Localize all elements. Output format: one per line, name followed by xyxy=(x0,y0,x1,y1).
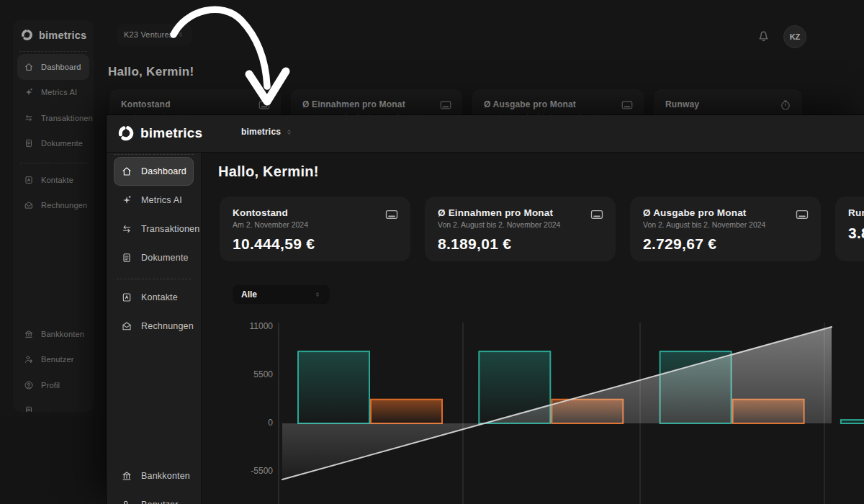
card-title: Ø Einnahmen pro Monat xyxy=(438,207,603,218)
card-value: 2.729,67 € xyxy=(643,235,808,253)
sidebar-item-benutzer[interactable]: Benutzer xyxy=(17,347,89,373)
greeting-heading: Hallo, Kermin! xyxy=(108,65,194,79)
bank-icon xyxy=(24,329,34,339)
workspace-selector[interactable]: bimetrics xyxy=(241,127,293,137)
sidebar-item-transaktionen[interactable]: Transaktionen xyxy=(114,215,194,243)
sidebar-nav-main: DashboardMetrics AITransaktionenDokument… xyxy=(17,54,89,218)
sidebar-item-dashboard[interactable]: Dashboard xyxy=(114,157,194,186)
sidebar-item-label: Profil xyxy=(41,381,60,390)
sidebar-item-benutzer[interactable]: Benutzer xyxy=(114,490,194,504)
sidebar-item-label: Bankkonten xyxy=(141,471,190,481)
sidebar-item-label: Metrics AI xyxy=(141,195,182,205)
sidebar-item-label: Kontakte xyxy=(41,176,73,184)
logo-text: bimetrics xyxy=(140,125,202,141)
sidebar-item-label: Metrics AI xyxy=(41,88,77,96)
sidebar-item-label: Bankkonten xyxy=(41,330,84,338)
sidebar-item-label: Kontakte xyxy=(141,292,178,302)
nav-divider xyxy=(117,279,191,279)
bank-icon xyxy=(121,470,132,482)
sparkle-icon xyxy=(24,87,34,97)
envelope-icon xyxy=(121,320,132,332)
stat-card-runway: Runway3.8 xyxy=(835,197,864,261)
sidebar-item-metrics-ai[interactable]: Metrics AI xyxy=(17,80,89,106)
sidebar-item-bankkonten[interactable]: Bankkonten xyxy=(114,462,194,490)
card-title: Kontostand xyxy=(233,207,397,218)
sidebar-item-dashboard[interactable]: Dashboard xyxy=(17,54,89,80)
chevron-updown-icon xyxy=(177,31,184,38)
document-icon xyxy=(121,252,132,264)
sidebar-item-label: Dokumente xyxy=(141,253,189,263)
card-icon xyxy=(621,99,634,112)
app-logo: bimetrics xyxy=(117,124,202,143)
sidebar-item-kontakte[interactable]: Kontakte xyxy=(114,283,194,312)
user-circle-icon xyxy=(24,380,34,390)
sidebar-item-item[interactable] xyxy=(17,398,89,413)
sidebar-nav-main: DashboardMetrics AITransaktionenDokument… xyxy=(114,157,194,341)
filter-select[interactable]: Alle xyxy=(233,285,330,304)
sidebar-nav-bottom: BankkontenBenutzerProfil xyxy=(17,321,89,412)
stopwatch-icon xyxy=(779,99,792,112)
filter-select-value: Alle xyxy=(241,289,257,300)
svg-text:11000: 11000 xyxy=(250,321,274,331)
card-title: Ø Ausgabe pro Monat xyxy=(643,207,808,218)
sidebar-item-dokumente[interactable]: Dokumente xyxy=(17,131,89,157)
card-subtitle: Von 2. August bis 2. November 2024 xyxy=(643,220,808,229)
sidebar-item-label: Dashboard xyxy=(41,63,81,71)
app-header: bimetrics bimetrics xyxy=(107,115,864,153)
workspace-selector[interactable]: K23 Ventures xyxy=(117,24,192,45)
contact-card-icon xyxy=(121,292,132,303)
stat-card-kontostand: KontostandAm 2. November 202410.444,59 € xyxy=(220,197,410,261)
sidebar-item-transaktionen[interactable]: Transaktionen xyxy=(17,105,89,131)
card-value: 8.189,01 € xyxy=(438,235,603,253)
divider xyxy=(114,154,194,155)
foreground-app-window: bimetrics bimetrics DashboardMetrics AIT… xyxy=(107,115,864,504)
screenshot-canvas: K23 Ventures KZ bimetrics DashboardMetri… xyxy=(0,0,864,504)
stat-card-einnahmen-pro-monat: Ø Einnahmen pro MonatVon 2. August bis 2… xyxy=(425,197,616,261)
card-icon xyxy=(590,207,604,222)
sparkle-icon xyxy=(121,194,132,206)
card-value: 3.8 xyxy=(848,225,864,242)
sidebar-item-label: Dokumente xyxy=(41,139,83,148)
card-subtitle: Am 2. November 2024 xyxy=(233,220,397,229)
logo-mark-icon xyxy=(20,28,34,42)
transfer-icon xyxy=(121,223,132,235)
svg-text:0: 0 xyxy=(268,418,273,428)
card-title: Kontostand xyxy=(121,99,269,109)
document-icon xyxy=(24,405,34,412)
card-icon xyxy=(384,207,399,222)
sidebar-item-label: Transaktionen xyxy=(41,114,93,122)
sidebar-item-kontakte[interactable]: Kontakte xyxy=(17,167,89,193)
chevron-updown-icon xyxy=(285,128,293,136)
sidebar: bimetrics DashboardMetrics AITransaktion… xyxy=(13,20,94,412)
sidebar-item-rechnungen[interactable]: Rechnungen xyxy=(17,193,89,219)
stat-card-ausgabe-pro-monat: Ø Ausgabe pro MonatVon 2. August bis 2. … xyxy=(630,197,821,261)
logo-text: bimetrics xyxy=(39,30,86,41)
card-title: Runway xyxy=(665,99,791,109)
workspace-selector-label: K23 Ventures xyxy=(124,30,173,39)
card-icon xyxy=(439,99,452,112)
notifications-bell-icon[interactable] xyxy=(756,28,771,43)
sidebar-item-dokumente[interactable]: Dokumente xyxy=(114,243,194,272)
home-icon xyxy=(121,166,132,177)
stat-cards-row: KontostandAm 2. November 202410.444,59 €… xyxy=(220,197,864,261)
contact-card-icon xyxy=(24,175,34,185)
sidebar-item-profil[interactable]: Profil xyxy=(17,372,89,398)
card-icon xyxy=(795,207,809,222)
chevron-updown-icon xyxy=(314,291,321,298)
avatar[interactable]: KZ xyxy=(783,25,806,48)
sidebar-nav-bottom: BankkontenBenutzer xyxy=(114,462,194,504)
sidebar-item-rechnungen[interactable]: Rechnungen xyxy=(114,312,194,341)
card-title: Ø Ausgabe pro Monat xyxy=(484,99,632,109)
svg-text:-5500: -5500 xyxy=(251,466,273,476)
sidebar-item-label: Benutzer xyxy=(41,355,74,364)
envelope-icon xyxy=(24,200,34,210)
nav-divider xyxy=(20,163,86,163)
home-icon xyxy=(24,62,34,72)
sidebar-item-bankkonten[interactable]: Bankkonten xyxy=(17,321,89,347)
transfer-icon xyxy=(24,113,34,123)
sidebar-item-metrics-ai[interactable]: Metrics AI xyxy=(114,186,194,215)
sidebar-item-label: Rechnungen xyxy=(41,201,87,210)
document-icon xyxy=(24,138,34,148)
sidebar-item-label: Dashboard xyxy=(141,166,186,176)
sidebar-item-label: Rechnungen xyxy=(141,321,194,331)
